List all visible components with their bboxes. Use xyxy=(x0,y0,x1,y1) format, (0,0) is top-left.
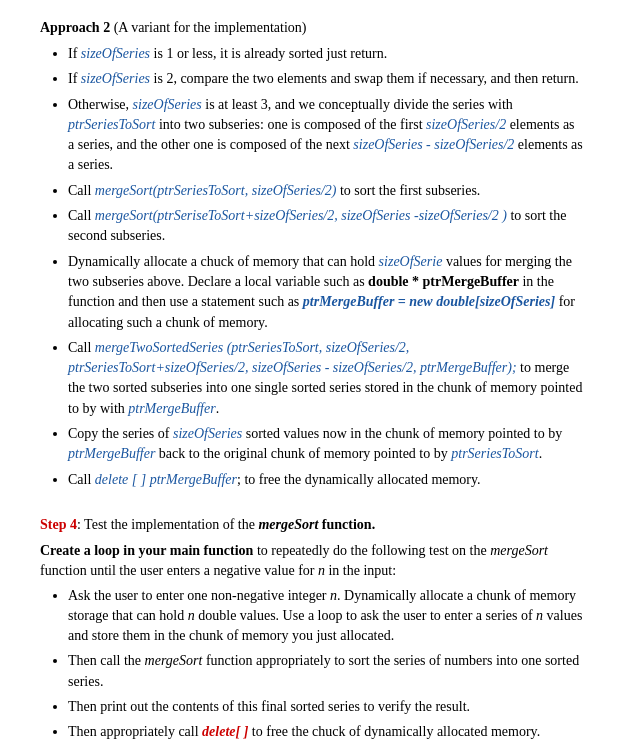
list-item: Call mergeSort(ptrSeriseToSort+sizeOfSer… xyxy=(68,206,584,247)
text-normal: Call xyxy=(68,340,95,355)
text-normal: sorted values now in the chunk of memory… xyxy=(242,426,562,441)
text-italic-blue: sizeOfSeries xyxy=(133,97,202,112)
step-end: function. xyxy=(318,517,375,532)
list-item: Call delete [ ] ptrMergeBuffer; to free … xyxy=(68,470,584,490)
create-loop-bold: Create a loop in your main function xyxy=(40,543,253,558)
text-italic: n xyxy=(330,588,337,603)
text-normal: Dynamically allocate a chuck of memory t… xyxy=(68,254,379,269)
text-bold-italic-blue2: = new double[sizeOfSeries] xyxy=(398,294,555,309)
list-item: Otherwise, sizeOfSeries is at least 3, a… xyxy=(68,95,584,176)
text-italic-blue: delete [ ] ptrMergeBuffer xyxy=(95,472,237,487)
list-item: Then appropriately call delete[ ] to fre… xyxy=(68,722,584,742)
text-italic-blue: sizeOfSeries - sizeOfSeries/2 xyxy=(353,137,514,152)
step-function-name: mergeSort xyxy=(258,517,318,532)
in-input: in the input: xyxy=(325,563,396,578)
text-red-italic: delete[ ] xyxy=(202,724,248,739)
text-normal: is at least 3, and we conceptually divid… xyxy=(202,97,513,112)
text-italic-blue: mergeSort(ptrSeriseToSort+sizeOfSeries/2… xyxy=(95,208,507,223)
text-normal: Call xyxy=(68,472,95,487)
text-normal: If xyxy=(68,46,81,61)
text-normal: is 2, compare the two elements and swap … xyxy=(150,71,579,86)
text-italic-blue: ptrMergeBuffer xyxy=(128,401,215,416)
text-normal: Ask the user to enter one non-negative i… xyxy=(68,588,330,603)
create-loop-normal: to repeatedly do the following test on t… xyxy=(253,543,490,558)
text-normal: . xyxy=(216,401,220,416)
text-bold: double * ptrMergeBuffer xyxy=(368,274,519,289)
step-colon: : Test the implementation of the xyxy=(77,517,259,532)
text-bold-italic-blue: ptrMergeBuffer xyxy=(303,294,395,309)
list-item: Dynamically allocate a chuck of memory t… xyxy=(68,252,584,333)
list-item: Copy the series of sizeOfSeries sorted v… xyxy=(68,424,584,465)
approach-title: Approach 2 xyxy=(40,20,110,35)
text-normal: back to the original chunk of memory poi… xyxy=(155,446,451,461)
text-italic-blue: sizeOfSeries xyxy=(173,426,242,441)
text-italic-blue: sizeOfSeries xyxy=(81,46,150,61)
text-italic: mergeSort xyxy=(145,653,203,668)
text-italic-blue: ptrSeriesToSort xyxy=(68,117,155,132)
text-normal: Call xyxy=(68,208,95,223)
list-item: Then print out the contents of this fina… xyxy=(68,697,584,717)
text-normal: double values. Use a loop to ask the use… xyxy=(195,608,536,623)
function-until: function until the user enters a negativ… xyxy=(40,563,318,578)
list-item: Ask the user to enter one non-negative i… xyxy=(68,586,584,647)
text-normal: to sort the first subseries. xyxy=(336,183,480,198)
text-italic-blue: ptrSeriesToSort xyxy=(451,446,538,461)
approach-heading: Approach 2 (A variant for the implementa… xyxy=(40,20,584,36)
text-normal: to free the chuck of dynamically allocat… xyxy=(248,724,540,739)
text-normal: Copy the series of xyxy=(68,426,173,441)
text-italic: n xyxy=(188,608,195,623)
text-italic-blue: sizeOfSeries/2 xyxy=(426,117,506,132)
list-item: If sizeOfSeries is 2, compare the two el… xyxy=(68,69,584,89)
text-normal: . xyxy=(539,446,543,461)
n-var: n xyxy=(318,563,325,578)
text-normal: Then appropriately call xyxy=(68,724,202,739)
step-label: Step 4 xyxy=(40,517,77,532)
text-italic-blue: sizeOfSerie xyxy=(379,254,443,269)
list-item: If sizeOfSeries is 1 or less, it is alre… xyxy=(68,44,584,64)
text-normal: into two subseries: one is composed of t… xyxy=(155,117,426,132)
page-content: Approach 2 (A variant for the implementa… xyxy=(0,0,624,746)
text-normal: Then call the xyxy=(68,653,145,668)
text-normal: If xyxy=(68,71,81,86)
step4-bullet-list: Ask the user to enter one non-negative i… xyxy=(40,586,584,743)
list-item: Call mergeTwoSortedSeries (ptrSeriesToSo… xyxy=(68,338,584,419)
approach-bullet-list: If sizeOfSeries is 1 or less, it is alre… xyxy=(40,44,584,490)
step4-subheading: Create a loop in your main function to r… xyxy=(40,541,584,582)
approach-note: (A variant for the implementation) xyxy=(110,20,306,35)
text-italic-blue: mergeSort(ptrSeriesToSort, sizeOfSeries/… xyxy=(95,183,337,198)
text-italic-blue: mergeTwoSortedSeries (ptrSeriesToSort, s… xyxy=(68,340,517,375)
text-italic-blue: sizeOfSeries xyxy=(81,71,150,86)
text-normal: Then print out the contents of this fina… xyxy=(68,699,470,714)
list-item: Then call the mergeSort function appropr… xyxy=(68,651,584,692)
text-italic-blue: ptrMergeBuffer xyxy=(68,446,155,461)
text-normal: Call xyxy=(68,183,95,198)
step4-heading: Step 4: Test the implementation of the m… xyxy=(40,514,584,535)
text-normal: is 1 or less, it is already sorted just … xyxy=(150,46,387,61)
mergesort-italic: mergeSort xyxy=(490,543,548,558)
text-normal: ; to free the dynamically allocated memo… xyxy=(237,472,481,487)
list-item: Call mergeSort(ptrSeriesToSort, sizeOfSe… xyxy=(68,181,584,201)
text-normal: Otherwise, xyxy=(68,97,133,112)
